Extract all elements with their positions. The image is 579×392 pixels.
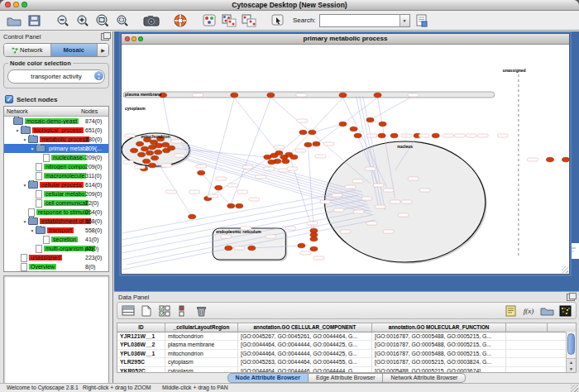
tree-row[interactable]: macromolecule311(0) [4, 171, 108, 180]
zoom-in-icon[interactable] [74, 13, 91, 28]
zoom-fit-icon[interactable] [94, 13, 111, 28]
tree-row[interactable]: ▼cellular process614(0) [4, 180, 108, 189]
graph-node[interactable] [304, 142, 312, 147]
column-nodes[interactable]: Nodes [81, 107, 108, 116]
graph-node[interactable] [227, 203, 235, 208]
scrollbar-thumb[interactable] [567, 333, 575, 355]
graph-node[interactable] [310, 237, 318, 241]
table-column-header[interactable]: ID [117, 323, 165, 332]
notes-icon[interactable] [503, 304, 518, 318]
expander-icon[interactable]: ▼ [22, 183, 28, 188]
graph-node[interactable] [149, 145, 156, 150]
network-overlay-a-icon[interactable] [221, 13, 237, 28]
tree-row[interactable]: multi-organism pro42(0) [4, 244, 108, 253]
tab-overflow-arrow[interactable]: ▶ [98, 44, 108, 56]
camera-icon[interactable] [143, 13, 160, 28]
graph-node[interactable] [225, 246, 232, 251]
graph-node[interactable] [151, 155, 159, 160]
graph-node[interactable] [378, 133, 385, 138]
graph-node[interactable] [215, 185, 223, 190]
tab-edge-attribute-browser[interactable]: Edge Attribute Browser [309, 373, 384, 383]
expander-icon[interactable]: ▼ [22, 137, 28, 142]
table-row[interactable]: YPL036W__2plasma membrane[GO:0044464, GO… [117, 341, 576, 349]
expander-icon[interactable]: ▼ [22, 219, 28, 224]
graph-node[interactable] [309, 130, 316, 135]
graph-node[interactable] [131, 148, 138, 153]
attribute-browser-icon[interactable] [414, 13, 430, 28]
tree-row[interactable]: ▼primary metabo209(... [4, 144, 108, 153]
table-scrollbar[interactable]: ▲▼ [566, 332, 576, 372]
expander-icon[interactable]: ▼ [29, 228, 36, 233]
search-input[interactable] [320, 15, 400, 26]
graph-node[interactable] [275, 151, 283, 155]
tree-row[interactable]: cell communicat22(0) [4, 198, 108, 208]
select-attributes-icon[interactable] [157, 304, 172, 318]
tree-row[interactable]: mosaic-demo-yeast874(0) [4, 117, 108, 126]
unified-view-icon[interactable] [175, 304, 190, 318]
table-column-header[interactable] [506, 323, 548, 332]
open-file-icon[interactable] [6, 13, 22, 28]
float-panel-icon[interactable] [101, 33, 109, 41]
tree-row[interactable]: Overview8(0) [4, 262, 108, 271]
window-resize-grip[interactable] [562, 266, 568, 273]
import-attributes-icon[interactable] [539, 304, 554, 318]
graph-node[interactable] [248, 246, 256, 251]
table-row[interactable]: YJR121W__1mitochondrion[GO:0045267, GO:0… [117, 332, 576, 341]
graph-node[interactable] [268, 160, 275, 165]
graph-node[interactable] [339, 93, 347, 98]
graph-node[interactable] [282, 159, 290, 164]
table-row[interactable]: YPL036W__1mitochondrion[GO:0044464, GO:0… [117, 350, 576, 358]
graph-node[interactable] [264, 155, 271, 160]
tree-row[interactable]: nucleobase-209(0) [4, 153, 108, 162]
close-view-icon[interactable] [125, 36, 130, 41]
delete-attribute-icon[interactable] [194, 304, 208, 318]
graph-node[interactable] [390, 133, 398, 138]
graph-node[interactable] [366, 117, 374, 122]
tab-network-attribute-browser[interactable]: Network Attribute Browser [383, 373, 466, 383]
network-canvas[interactable]: plasma membranemitochondrionnucleusendop… [122, 45, 569, 275]
heatmap-icon[interactable] [557, 304, 572, 318]
graph-node[interactable] [379, 122, 386, 127]
zoom-region-icon[interactable] [114, 13, 131, 28]
attribute-table-icon[interactable] [121, 304, 136, 318]
tree-row[interactable]: ▼biological_process651(0) [4, 126, 108, 135]
birdseye-view-panel[interactable] [3, 275, 109, 386]
tree-row[interactable]: cellular metabo209(0) [4, 189, 108, 198]
scrollbar-arrows[interactable]: ▲▼ [567, 358, 576, 372]
formula-builder-icon[interactable]: f(x) [521, 304, 536, 318]
graph-node[interactable] [231, 93, 238, 98]
minimize-window-icon[interactable] [13, 2, 19, 7]
graph-node[interactable] [189, 214, 196, 219]
network-window-titlebar[interactable]: primary metabolic process [122, 34, 569, 45]
graph-node[interactable] [350, 127, 357, 131]
save-session-icon[interactable] [26, 13, 42, 28]
graph-node[interactable] [546, 157, 553, 162]
expander-icon[interactable]: ▼ [14, 128, 21, 133]
graph-node[interactable] [138, 152, 146, 157]
graph-node[interactable] [290, 155, 298, 160]
close-window-icon[interactable] [5, 2, 11, 7]
select-mode-icon[interactable] [270, 13, 286, 28]
graph-node[interactable] [354, 133, 361, 138]
graph-node[interactable] [562, 157, 569, 162]
tree-row[interactable]: response to stimulu264(0) [4, 208, 108, 217]
tree-row[interactable]: unassigned223(0) [4, 253, 108, 262]
tree-row[interactable]: ▼transport558(0) [4, 226, 108, 235]
vizmapper-icon[interactable] [201, 13, 218, 28]
graph-node[interactable] [298, 243, 305, 248]
zoom-view-icon[interactable] [138, 36, 143, 41]
graph-node[interactable] [168, 146, 175, 151]
tab-node-attribute-browser[interactable]: Node Attribute Browser [227, 373, 309, 383]
graph-node[interactable] [146, 151, 154, 155]
graph-node[interactable] [141, 146, 149, 151]
graph-node[interactable] [149, 163, 156, 168]
tree-row[interactable]: ▼establishment of lo558(0) [4, 217, 108, 226]
graph-node[interactable] [299, 130, 307, 135]
new-attribute-icon[interactable] [139, 304, 154, 318]
tree-row[interactable]: ▼metabolic process280(0) [4, 135, 108, 144]
node-color-dropdown[interactable]: transporter activity ▲▼ [7, 69, 105, 84]
search-dropdown-icon[interactable]: ▼ [400, 15, 409, 26]
app-resize-grip[interactable] [571, 385, 578, 392]
table-row[interactable]: YKR052Ccytoplasm[GO:0044464, GO:0044446,… [117, 367, 576, 373]
graph-node[interactable] [156, 143, 163, 148]
